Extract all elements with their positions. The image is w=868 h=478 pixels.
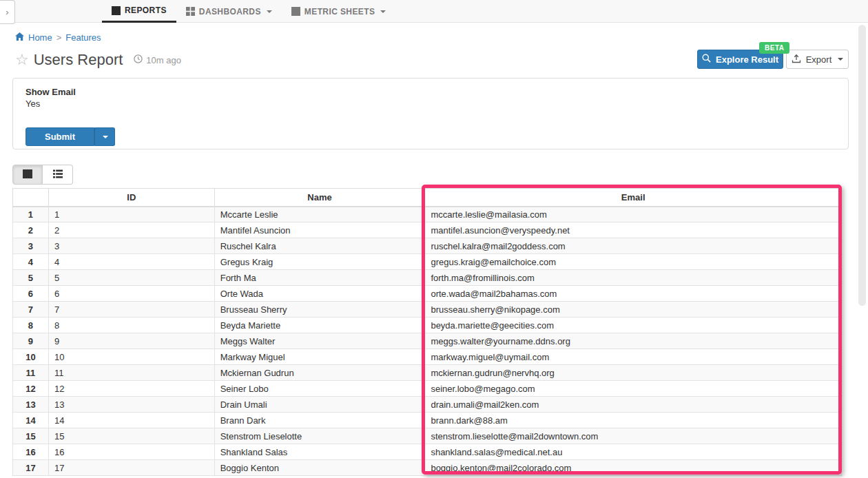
row-number-cell: 14 [13,413,49,428]
row-number-cell: 17 [13,460,49,476]
id-column-header[interactable]: ID [48,189,214,207]
table-row[interactable]: 5 5 Forth Ma forth.ma@fromillinois.com [13,270,842,286]
submit-button[interactable]: Submit [25,127,94,146]
table-row[interactable]: 14 14 Brann Dark brann.dark@88.am [13,413,842,428]
table-row[interactable]: 8 8 Beyda Mariette beyda.mariette@geecit… [13,318,842,333]
breadcrumb-separator: > [56,32,62,43]
table-row[interactable]: 11 11 Mckiernan Gudrun mckiernan.gudrun@… [13,365,842,381]
updated-text: 10m ago [146,55,181,65]
id-cell: 16 [48,444,214,460]
table-view-button[interactable] [12,165,43,185]
export-button[interactable]: Export [786,50,849,69]
breadcrumb-home-link[interactable]: Home [28,32,52,43]
id-cell: 8 [48,318,214,333]
chevron-down-icon [103,136,108,138]
table-row[interactable]: 7 7 Brusseau Sherry brusseau.sherry@niko… [13,302,842,318]
export-label: Export [806,54,832,65]
email-cell: markway.miguel@uymail.com [425,349,842,365]
email-cell: mckiernan.gudrun@nervhq.org [425,365,842,381]
email-cell: beyda.mariette@geecities.com [425,318,842,333]
id-cell: 13 [48,397,214,413]
submit-split-button: Submit [25,127,115,146]
name-cell: Stenstrom Lieselotte [214,428,425,444]
email-column-header[interactable]: Email [425,189,842,207]
id-cell: 9 [48,333,214,349]
submit-dropdown-button[interactable] [94,127,115,146]
table-row[interactable]: 17 17 Boggio Kenton boggio.kenton@mail2c… [13,460,842,476]
row-number-cell: 9 [13,333,49,349]
filter-panel: Show Email Yes Submit [12,78,849,149]
name-cell: Ruschel Kalra [214,238,425,254]
name-cell: Gregus Kraig [214,254,425,270]
beta-badge: BETA [759,42,789,54]
id-cell: 15 [48,428,214,444]
name-cell: Brusseau Sherry [214,302,425,318]
row-number-cell: 12 [13,381,49,397]
name-cell: Brann Dark [214,413,425,428]
chevron-down-icon [838,58,843,61]
row-number-cell: 4 [13,254,49,270]
row-number-cell: 10 [13,349,49,365]
star-icon[interactable]: ☆ [15,52,29,67]
name-cell: Orte Wada [214,286,425,302]
row-number-cell: 2 [13,222,49,238]
table-row[interactable]: 2 2 Mantifel Asuncion mantifel.asuncion@… [13,222,842,238]
breadcrumb-features-link[interactable]: Features [65,32,101,43]
table-row[interactable]: 3 3 Ruschel Kalra ruschel.kalra@mail2god… [13,238,842,254]
table-row[interactable]: 4 4 Gregus Kraig gregus.kraig@emailchoic… [13,254,842,270]
sidebar-expand-button[interactable]: › [0,0,15,24]
row-number-cell: 16 [13,444,49,460]
id-cell: 14 [48,413,214,428]
row-number-header [13,189,49,207]
top-navbar: REPORTS DASHBOARDS METRIC SHEETS [0,0,868,23]
row-number-cell: 6 [13,286,49,302]
chevron-down-icon [267,10,272,13]
table-row[interactable]: 12 12 Seiner Lobo seiner.lobo@megago.com [13,381,842,397]
explore-result-label: Explore Result [716,54,778,65]
table-row[interactable]: 9 9 Meggs Walter meggs.walter@yourname.d… [13,333,842,349]
email-cell: ruschel.kalra@mail2goddess.com [425,238,842,254]
id-cell: 1 [48,207,214,222]
name-cell: Shankland Salas [214,444,425,460]
metric-sheets-icon [291,7,300,16]
list-view-button[interactable] [43,165,73,185]
table-row[interactable]: 15 15 Stenstrom Lieselotte stenstrom.lie… [13,428,842,444]
name-cell: Mantifel Asuncion [214,222,425,238]
name-column-header[interactable]: Name [214,189,425,207]
email-cell: meggs.walter@yourname.ddns.org [425,333,842,349]
email-cell: seiner.lobo@megago.com [425,381,842,397]
tab-metric-sheets[interactable]: METRIC SHEETS [282,0,396,23]
table-body: 1 1 Mccarte Leslie mccarte.leslie@mailas… [13,207,842,476]
table-row[interactable]: 6 6 Orte Wada orte.wada@mail2bahamas.com [13,286,842,302]
table-row[interactable]: 1 1 Mccarte Leslie mccarte.leslie@mailas… [13,207,842,222]
email-cell: orte.wada@mail2bahamas.com [425,286,842,302]
id-cell: 6 [48,286,214,302]
id-cell: 17 [48,460,214,476]
id-cell: 3 [48,238,214,254]
id-cell: 7 [48,302,214,318]
row-number-cell: 8 [13,318,49,333]
email-cell: shankland.salas@medical.net.au [425,444,842,460]
breadcrumb: Home > Features [15,32,101,43]
name-cell: Markway Miguel [214,349,425,365]
name-cell: Seiner Lobo [214,381,425,397]
table-row[interactable]: 13 13 Drain Umali drain.umali@mail2ken.c… [13,397,842,413]
home-icon [15,32,24,43]
reports-icon [112,6,121,15]
table-row[interactable]: 16 16 Shankland Salas shankland.salas@me… [13,444,842,460]
email-cell: brusseau.sherry@nikopage.com [425,302,842,318]
email-cell: mantifel.asuncion@veryspeedy.net [425,222,842,238]
email-cell: drain.umali@mail2ken.com [425,397,842,413]
tab-reports[interactable]: REPORTS [102,0,176,23]
row-number-cell: 1 [13,207,49,222]
view-toggle-group [12,165,73,185]
id-cell: 12 [48,381,214,397]
email-cell: boggio.kenton@mail2colorado.com [425,460,842,476]
table-header-row: ID Name Email [13,189,842,207]
vertical-scrollbar[interactable] [858,25,866,306]
id-cell: 10 [48,349,214,365]
tab-label: METRIC SHEETS [304,7,375,17]
filter-value: Yes [25,98,40,109]
tab-dashboards[interactable]: DASHBOARDS [176,0,282,23]
table-row[interactable]: 10 10 Markway Miguel markway.miguel@uyma… [13,349,842,365]
